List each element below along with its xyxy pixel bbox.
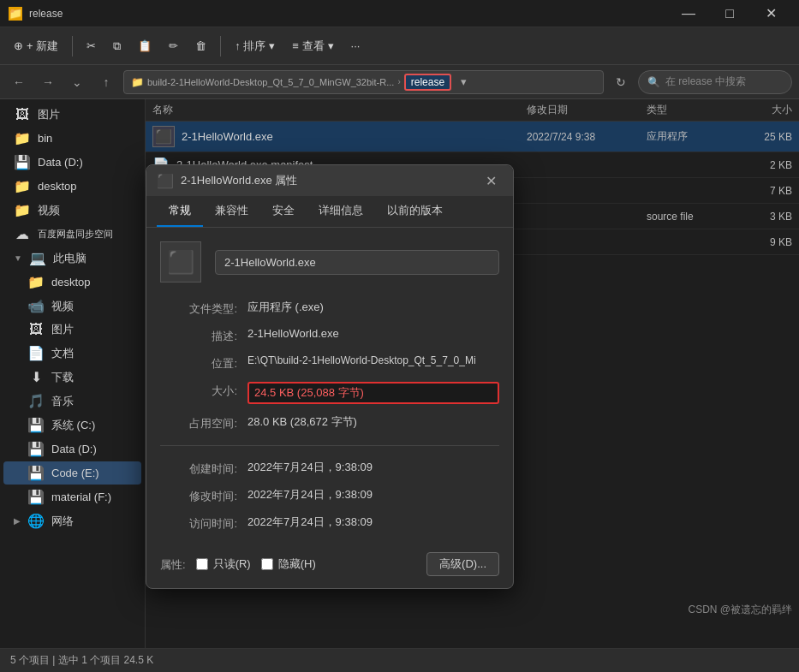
sidebar-label-d: Data (D:) — [51, 443, 97, 455]
search-placeholder: 在 release 中搜索 — [665, 74, 746, 89]
more-button[interactable]: ··· — [344, 36, 367, 56]
refresh-button[interactable]: ↻ — [609, 70, 633, 94]
titlebar-controls: — □ ✕ — [669, 0, 790, 27]
dialog-title-icon: ⬛ — [157, 173, 174, 189]
sidebar-label-e: Code (E:) — [51, 467, 99, 479]
sidebar-item-bin[interactable]: 📁 bin — [3, 127, 141, 150]
prop-value-created: 2022年7月24日，9:38:09 — [247, 460, 499, 477]
new-button[interactable]: ⊕ + 新建 — [7, 35, 65, 57]
tab-security[interactable]: 安全 — [260, 196, 307, 227]
sidebar-item-desktop-top[interactable]: 📁 desktop — [3, 175, 141, 198]
sidebar-item-video-top[interactable]: 📁 视频 — [3, 199, 141, 222]
delete-icon: 🗑 — [195, 39, 206, 52]
expand-icon-mypc: ▼ — [14, 253, 22, 263]
copy-button[interactable]: ⧉ — [106, 36, 128, 56]
sidebar-item-pics[interactable]: 🖼 图片 — [3, 318, 141, 341]
sidebar-item-music[interactable]: 🎵 音乐 — [3, 390, 141, 413]
file-size-3: 7 KB — [732, 185, 792, 197]
sidebar-item-desktop[interactable]: 📁 desktop — [3, 271, 141, 294]
path-active-segment[interactable]: release — [404, 74, 451, 91]
title-bar: 📁 release — □ ✕ — [0, 0, 799, 27]
docs-icon: 📄 — [27, 345, 45, 361]
address-bar: ← → ⌄ ↑ 📁 build-2-1HelloWorld-Desktop_Qt… — [0, 65, 799, 99]
sidebar-item-video[interactable]: 📹 视频 — [3, 294, 141, 318]
video-top-icon: 📁 — [14, 202, 31, 218]
sidebar-item-pictures[interactable]: 🖼 图片 — [3, 104, 141, 126]
file-name-exe: 2-1HelloWorld.exe — [182, 130, 273, 143]
advanced-button[interactable]: 高级(D)... — [426, 552, 499, 576]
dialog-properties: 文件类型: 应用程序 (.exe) 描述: 2-1HelloWorld.exe … — [160, 300, 499, 532]
tab-previous[interactable]: 以前的版本 — [375, 196, 455, 227]
sidebar-item-e[interactable]: 💾 Code (E:) — [3, 461, 141, 485]
file-date-exe: 2022/7/24 9:38 — [527, 131, 647, 143]
drive-d-icon: 💾 — [27, 441, 45, 457]
titlebar-title: release — [29, 8, 63, 20]
file-size-manifest: 2 KB — [732, 159, 792, 171]
down-button[interactable]: ⌄ — [65, 70, 89, 94]
col-header-type[interactable]: 类型 — [647, 103, 732, 117]
prop-label-created: 创建时间: — [160, 460, 237, 477]
status-bar: 5 个项目 | 选中 1 个项目 24.5 K — [0, 648, 799, 672]
sort-button[interactable]: ↑ 排序 ▾ — [228, 35, 282, 57]
col-header-date[interactable]: 修改日期 — [527, 103, 647, 117]
hidden-checkbox-label[interactable]: 隐藏(H) — [261, 556, 316, 572]
sidebar-item-mypc[interactable]: ▼ 💻 此电脑 — [3, 247, 141, 270]
dialog-file-header: ⬛ — [160, 241, 499, 282]
sidebar-item-c[interactable]: 💾 系统 (C:) — [3, 413, 141, 437]
search-icon: 🔍 — [647, 76, 660, 88]
baidu-icon: ☁ — [14, 226, 31, 242]
hidden-label: 隐藏(H) — [278, 556, 316, 572]
prop-label-desc: 描述: — [160, 327, 237, 344]
video-icon: 📹 — [27, 298, 45, 314]
maximize-button[interactable]: □ — [710, 0, 749, 27]
toolbar: ⊕ + 新建 ✂ ⧉ 📋 ✏ 🗑 ↑ 排序 ▾ ≡ 查看 ▾ ··· — [0, 27, 799, 65]
sidebar-label-network: 网络 — [51, 514, 74, 529]
col-header-name[interactable]: 名称 — [152, 103, 527, 117]
rename-button[interactable]: ✏ — [162, 36, 185, 56]
col-header-size[interactable]: 大小 — [732, 103, 792, 117]
forward-button[interactable]: → — [36, 70, 60, 94]
dialog-file-icon: ⬛ — [160, 241, 201, 282]
sidebar-label-downloads: 下载 — [51, 370, 74, 385]
paste-button[interactable]: 📋 — [131, 36, 158, 56]
sidebar-item-data-d[interactable]: 💾 Data (D:) — [3, 151, 141, 174]
sidebar-item-f[interactable]: 💾 material (F:) — [3, 485, 141, 508]
sidebar-item-network[interactable]: ▶ 🌐 网络 — [3, 509, 141, 532]
sidebar-item-downloads[interactable]: ⬇ 下载 — [3, 366, 141, 389]
dialog-close-button[interactable]: ✕ — [479, 169, 503, 193]
prop-value-desc: 2-1HelloWorld.exe — [247, 327, 499, 344]
file-header: 名称 修改日期 类型 大小 — [146, 99, 799, 122]
search-box[interactable]: 🔍 在 release 中搜索 — [638, 70, 792, 94]
delete-button[interactable]: 🗑 — [188, 36, 213, 56]
attr-label: 属性: — [160, 556, 186, 573]
file-row-exe[interactable]: ⬛ 2-1HelloWorld.exe 2022/7/24 9:38 应用程序 … — [146, 122, 799, 152]
cut-button[interactable]: ✂ — [80, 36, 103, 56]
properties-dialog: ⬛ 2-1HelloWorld.exe 属性 ✕ 常规 兼容性 安全 详细信息 … — [146, 164, 514, 589]
path-dropdown-button[interactable]: ▾ — [455, 70, 472, 94]
close-button[interactable]: ✕ — [751, 0, 790, 27]
minimize-button[interactable]: — — [669, 0, 708, 27]
sidebar-label-bin: bin — [38, 132, 52, 145]
view-button[interactable]: ≡ 查看 ▾ — [285, 35, 340, 57]
sidebar-label-desktop: desktop — [51, 276, 91, 288]
dialog-body: ⬛ 文件类型: 应用程序 (.exe) 描述: 2-1HelloWorld.ex… — [146, 228, 513, 545]
tab-general[interactable]: 常规 — [157, 196, 203, 227]
readonly-checkbox[interactable] — [196, 558, 208, 570]
sidebar-item-baidu[interactable]: ☁ 百度网盘同步空间 — [3, 223, 141, 246]
exe-file-icon: ⬛ — [152, 126, 175, 147]
drive-f-icon: 💾 — [27, 489, 45, 505]
props-divider — [160, 445, 499, 446]
sidebar-label-music: 音乐 — [51, 394, 74, 409]
pictures-icon: 🖼 — [14, 107, 31, 122]
dialog-filename-input[interactable] — [215, 250, 499, 275]
hidden-checkbox[interactable] — [261, 558, 273, 570]
sidebar: 🖼 图片 📁 bin 💾 Data (D:) 📁 desktop 📁 视频 ☁ … — [0, 99, 146, 648]
tab-details[interactable]: 详细信息 — [307, 196, 375, 227]
tab-compat[interactable]: 兼容性 — [203, 196, 260, 227]
sidebar-item-d[interactable]: 💾 Data (D:) — [3, 437, 141, 461]
up-button[interactable]: ↑ — [94, 70, 118, 94]
readonly-checkbox-label[interactable]: 只读(R) — [196, 556, 251, 572]
back-button[interactable]: ← — [7, 70, 31, 94]
sidebar-item-docs[interactable]: 📄 文档 — [3, 342, 141, 365]
address-path[interactable]: 📁 build-2-1HelloWorld-Desktop_Qt_5_7_0_M… — [123, 70, 604, 94]
